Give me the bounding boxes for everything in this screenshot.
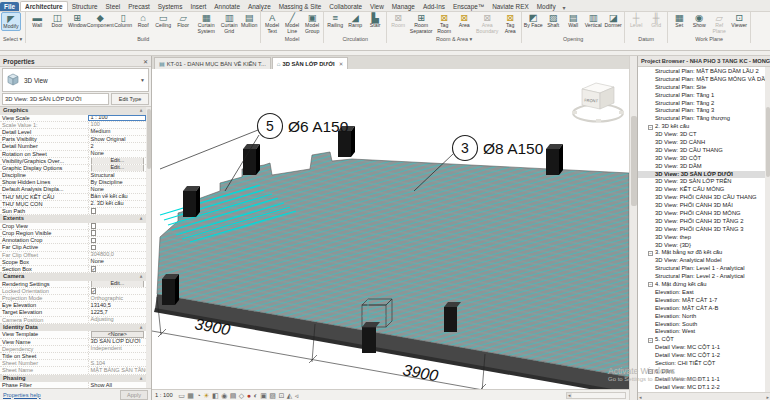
collapse-icon[interactable]: − — [648, 125, 653, 130]
ribbon-tab-enscape[interactable]: Enscape™ — [449, 2, 488, 11]
ribbon-tab-naviate-rex[interactable]: Naviate REX — [488, 2, 533, 11]
ribbon-button-ceiling[interactable]: ▭Ceiling — [153, 12, 173, 29]
ribbon-tab-massing-site[interactable]: Massing & Site — [275, 2, 326, 11]
browser-item[interactable]: 3D View: 3D CT — [638, 131, 765, 139]
sun-path-icon[interactable]: ☀ — [203, 391, 209, 400]
browser-item[interactable]: −2. 3D kết cấu — [638, 123, 765, 131]
checkbox[interactable] — [91, 245, 97, 251]
checkbox[interactable] — [91, 266, 97, 272]
ribbon-tab-structure[interactable]: Structure — [68, 2, 102, 11]
browser-item[interactable]: Elevation: MẶT CẮT 1-7 — [638, 297, 765, 305]
ribbon-button-by-face[interactable]: ◩By Face — [523, 12, 543, 29]
ribbon-button-window[interactable]: ⊞Window — [67, 12, 87, 29]
browser-item[interactable]: 3D View: 3D CẦU THANG — [638, 147, 765, 155]
ribbon-button-tag-area[interactable]: ⊠Tag Area — [500, 12, 520, 34]
ribbon-button-model-line[interactable]: ╱Model Line — [282, 12, 302, 34]
ribbon-button-ramp[interactable]: ◢Ramp — [345, 12, 365, 29]
ribbon-tab-architecture[interactable]: Architecture — [20, 1, 68, 11]
ribbon-tab-analyze[interactable]: Analyze — [244, 2, 275, 11]
ribbon-button-viewer[interactable]: ⊡Viewer — [729, 12, 749, 29]
browser-item[interactable]: Structural Plan: Tầng 2 — [638, 100, 765, 108]
browser-horizontal-scrollbar[interactable]: ◂ ▸ — [638, 392, 770, 400]
edit-button[interactable]: Edit... — [91, 281, 144, 287]
ribbon-tab-view[interactable]: View — [366, 2, 388, 11]
ribbon-button-door[interactable]: ◫Door — [47, 12, 67, 29]
browser-item[interactable]: −6. Dầm — [638, 368, 765, 376]
scroll-left-icon[interactable]: ◂ — [639, 394, 642, 400]
edit-button[interactable]: <None> — [91, 331, 144, 337]
ribbon-button-model-text[interactable]: AModel Text — [262, 12, 282, 34]
browser-item[interactable]: Structural Plan: Tầng thượng — [638, 115, 765, 123]
browser-item[interactable]: 3D View: Analytical Model — [638, 257, 765, 265]
constraints-icon[interactable]: ⊡ — [278, 391, 284, 400]
prop-section-extents[interactable]: Extents∧ — [0, 215, 146, 223]
back-icon[interactable]: ◃ — [295, 391, 299, 400]
ribbon-button-area[interactable]: ⊠Area — [454, 12, 474, 29]
checkbox[interactable] — [91, 288, 97, 294]
crop-view-icon[interactable]: ◧ — [212, 391, 219, 400]
detail-level-icon[interactable]: ▦ — [187, 391, 194, 400]
browser-item[interactable]: 3D View: KẾT CẤU MÓNG — [638, 186, 765, 194]
browser-item[interactable]: Structural Plan: Site — [638, 84, 765, 92]
browser-item[interactable]: 3D View: PHỐI CẢNH 3D MÁI — [638, 202, 765, 210]
browser-item[interactable]: Elevation: South — [638, 321, 765, 329]
browser-item[interactable]: 3D View: 3D CỘT — [638, 155, 765, 163]
browser-item[interactable]: Elevation: West — [638, 328, 765, 336]
ribbon-button-floor[interactable]: ▱Floor — [173, 12, 193, 29]
lock-view-icon[interactable]: ▤ — [230, 391, 237, 400]
close-icon[interactable]: ✕ — [143, 58, 148, 65]
checkbox[interactable] — [91, 208, 97, 214]
dim-label-2[interactable]: 3900 — [401, 361, 439, 384]
browser-item[interactable]: 3D View: 3D SÀN LỚP DƯỚI — [638, 171, 765, 179]
ribbon-tab-insert[interactable]: Insert — [186, 2, 210, 11]
canvas-vertical-scrollbar[interactable] — [629, 56, 637, 400]
browser-item[interactable]: 3D View: {3D} — [638, 242, 765, 250]
browser-item[interactable]: Structural Plan: MẶT BẰNG MÓNG VÀ DẦM M — [638, 76, 765, 84]
collapse-icon[interactable]: − — [648, 251, 653, 256]
reveal-hidden-icon[interactable]: ◐ — [253, 391, 257, 400]
browser-item[interactable]: −3. Mặt bằng sơ đồ kết cấu — [638, 249, 765, 257]
edit-type-button[interactable]: Edit Type — [111, 93, 149, 105]
viewcube[interactable]: FRONT — [572, 83, 624, 122]
browser-item[interactable]: −5. CỘT — [638, 336, 765, 344]
ribbon-tab-systems[interactable]: Systems — [154, 2, 187, 11]
browser-item[interactable]: Structural Plan: Tầng 3 — [638, 107, 765, 115]
collapse-icon[interactable]: − — [648, 282, 653, 287]
ribbon-button-component[interactable]: ◆Component — [87, 12, 113, 29]
ribbon-button-roof[interactable]: ⌂Roof — [133, 12, 153, 29]
browser-item[interactable]: 3D View: PHỐI CẢNH 3D CẦU THANG — [638, 194, 765, 202]
view-tab-kt-01-danh-m-c-b-n-v-ki-n-t[interactable]: ▤KT-01 - DANH MỤC BẢN VẼ KIẾN T... — [154, 57, 271, 69]
ribbon-button-curtain-grid[interactable]: ▥Curtain Grid — [219, 12, 239, 34]
browser-item[interactable]: Elevation: MẶT CẮT A-B — [638, 305, 765, 313]
view-properties-icon[interactable]: ▣ — [260, 391, 267, 400]
browser-item[interactable]: Section: CHI TIẾT CỘT — [638, 360, 765, 368]
ribbon-tab-steel[interactable]: Steel — [102, 2, 125, 11]
browser-item[interactable]: −4. Mặt đứng kết cấu — [638, 281, 765, 289]
ribbon-button-shaft[interactable]: ▨Shaft — [543, 12, 563, 29]
worksharing-icon[interactable]: ◭ — [287, 391, 292, 400]
view-canvas[interactable]: 5 Ø6 A150 3 Ø8 A150 — [152, 69, 629, 389]
browser-item[interactable]: Detail View: MC DT.1 2-2 — [638, 384, 765, 392]
apply-button[interactable]: Apply — [120, 390, 148, 400]
collapse-icon[interactable]: − — [648, 369, 653, 374]
browser-item[interactable]: Structural Plan: Level 2 - Analytical — [638, 273, 765, 281]
properties-scrollbar[interactable] — [146, 107, 151, 388]
ribbon-button-curtain-system[interactable]: ▦Curtain System — [193, 12, 219, 34]
browser-item[interactable]: Detail View: MC CỘT 1-1 — [638, 344, 765, 352]
ribbon-tab-file[interactable]: File — [0, 2, 19, 11]
browser-scrollbar[interactable] — [765, 67, 770, 392]
checkbox[interactable] — [91, 238, 97, 244]
shadows-icon[interactable]: ◔ — [196, 391, 200, 400]
instance-selector[interactable]: 3D View: 3D SÀN LỚP DƯỚI — [2, 93, 109, 105]
properties-help-link[interactable]: Properties help — [3, 392, 120, 398]
browser-item[interactable]: Detail View: MC CỘT 1-2 — [638, 352, 765, 360]
checkbox[interactable] — [91, 223, 97, 229]
browser-item[interactable]: 3D View: thep — [638, 234, 765, 242]
analytical-icon[interactable]: ▨ — [269, 391, 276, 400]
ribbon-button-railing[interactable]: ≡Railing — [325, 12, 345, 29]
view-tab-3d-s-n-l-p-d-i[interactable]: ⌂3D SÀN LỚP DƯỚI✕ — [272, 57, 349, 69]
ribbon-button-wall[interactable]: ▬Wall — [27, 12, 47, 29]
ribbon-button-show[interactable]: ◉Show — [689, 12, 709, 29]
hide-isolate-icon[interactable]: ● — [247, 391, 251, 400]
browser-item[interactable]: Elevation: East — [638, 289, 765, 297]
